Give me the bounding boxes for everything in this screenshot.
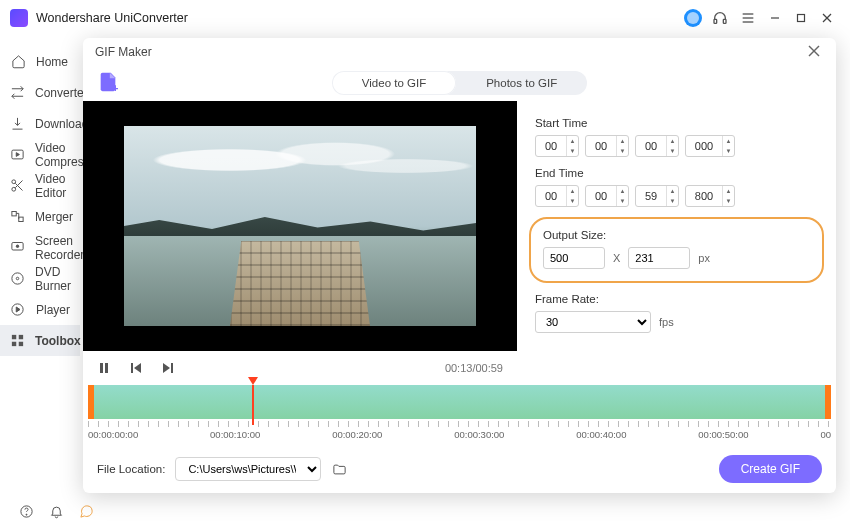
prev-button[interactable] xyxy=(129,361,143,375)
grid-icon xyxy=(10,333,25,349)
svg-rect-6 xyxy=(798,15,805,22)
modal-close-button[interactable] xyxy=(804,43,824,61)
svg-point-18 xyxy=(12,273,23,284)
scissors-icon xyxy=(10,178,25,194)
sidebar: Home Converter Downloader Video Compress… xyxy=(0,36,80,527)
help-icon[interactable] xyxy=(18,503,34,519)
svg-point-26 xyxy=(26,514,27,515)
svg-rect-15 xyxy=(19,217,23,221)
gif-maker-modal: GIF Maker + Video to GIF Photos to GIF xyxy=(83,38,836,493)
end-sec-stepper[interactable]: 59▲▼ xyxy=(635,185,679,207)
output-size-label: Output Size: xyxy=(543,229,810,241)
start-sec-stepper[interactable]: 00▲▼ xyxy=(635,135,679,157)
output-size-highlight: Output Size: X px xyxy=(529,217,824,283)
timeline[interactable] xyxy=(88,385,831,419)
end-time-label: End Time xyxy=(535,167,818,179)
sidebar-item-editor[interactable]: Video Editor xyxy=(0,170,80,201)
svg-rect-1 xyxy=(723,19,726,23)
chat-icon[interactable] xyxy=(78,503,94,519)
start-hour-stepper[interactable]: 00▲▼ xyxy=(535,135,579,157)
timeline-handle-left[interactable] xyxy=(88,385,94,419)
sidebar-item-compressor[interactable]: Video Compressor xyxy=(0,139,80,170)
bottom-icon-row xyxy=(0,503,94,519)
end-hour-stepper[interactable]: 00▲▼ xyxy=(535,185,579,207)
close-button[interactable] xyxy=(820,11,834,25)
output-unit: px xyxy=(698,252,710,264)
ruler-tick: 00:00:00:00 xyxy=(88,429,138,440)
minimize-button[interactable] xyxy=(768,11,782,25)
app-logo xyxy=(10,9,28,27)
sidebar-item-player[interactable]: Player xyxy=(0,294,80,325)
modal-footer: File Location: C:\Users\ws\Pictures\Wond… xyxy=(83,445,836,493)
sidebar-item-label: Merger xyxy=(35,210,73,224)
preview-pane: 00:13/00:59 xyxy=(83,101,517,385)
sidebar-item-recorder[interactable]: Screen Recorder xyxy=(0,232,80,263)
sidebar-item-label: Screen Recorder xyxy=(35,234,84,262)
ruler-tick: 00:00:10:00 xyxy=(210,429,260,440)
svg-point-19 xyxy=(16,277,19,280)
end-ms-stepper[interactable]: 800▲▼ xyxy=(685,185,735,207)
svg-text:+: + xyxy=(113,83,119,93)
headphones-icon[interactable] xyxy=(712,10,728,26)
sidebar-item-label: DVD Burner xyxy=(35,265,71,293)
time-display: 00:13/00:59 xyxy=(445,362,503,374)
start-min-stepper[interactable]: 00▲▼ xyxy=(585,135,629,157)
maximize-button[interactable] xyxy=(794,11,808,25)
timeline-area: 00:00:00:00 00:00:10:00 00:00:20:00 00:0… xyxy=(83,385,836,445)
create-gif-button[interactable]: Create GIF xyxy=(719,455,822,483)
file-location-select[interactable]: C:\Users\ws\Pictures\Wonders xyxy=(175,457,321,481)
modal-title: GIF Maker xyxy=(95,45,152,59)
output-width-input[interactable] xyxy=(543,247,605,269)
bell-icon[interactable] xyxy=(48,503,64,519)
svg-rect-24 xyxy=(19,342,23,346)
titlebar: Wondershare UniConverter xyxy=(0,0,850,36)
ruler-tick: 00:00:50:00 xyxy=(698,429,748,440)
pause-button[interactable] xyxy=(97,361,111,375)
play-icon xyxy=(10,302,26,318)
sidebar-item-downloader[interactable]: Downloader xyxy=(0,108,80,139)
svg-point-10 xyxy=(12,180,16,184)
end-min-stepper[interactable]: 00▲▼ xyxy=(585,185,629,207)
sidebar-item-label: Toolbox xyxy=(35,334,81,348)
playhead-icon[interactable] xyxy=(248,377,258,385)
svg-rect-32 xyxy=(131,363,133,373)
svg-rect-14 xyxy=(12,212,16,216)
sidebar-item-home[interactable]: Home xyxy=(0,46,80,77)
settings-pane: Start Time 00▲▼ 00▲▼ 00▲▼ 000▲▼ End Time… xyxy=(517,101,836,385)
timeline-ruler: 00:00:00:00 00:00:10:00 00:00:20:00 00:0… xyxy=(88,421,831,445)
sidebar-item-toolbox[interactable]: Toolbox xyxy=(0,325,80,356)
ruler-tick: 00:00:30:00 xyxy=(454,429,504,440)
tab-video-to-gif[interactable]: Video to GIF xyxy=(332,71,456,95)
modal-toolbar: + Video to GIF Photos to GIF xyxy=(83,66,836,101)
sidebar-item-converter[interactable]: Converter xyxy=(0,77,80,108)
mode-segmented: Video to GIF Photos to GIF xyxy=(332,71,587,95)
ruler-tick: 00:00:40:00 xyxy=(576,429,626,440)
next-button[interactable] xyxy=(161,361,175,375)
sidebar-item-label: Player xyxy=(36,303,70,317)
sidebar-item-dvd[interactable]: DVD Burner xyxy=(0,263,80,294)
tab-photos-to-gif[interactable]: Photos to GIF xyxy=(456,71,587,95)
video-preview[interactable] xyxy=(83,101,517,351)
svg-rect-33 xyxy=(171,363,173,373)
file-location-label: File Location: xyxy=(97,463,165,475)
ruler-tick: 00 xyxy=(820,429,831,440)
svg-rect-31 xyxy=(105,363,108,373)
frame-rate-label: Frame Rate: xyxy=(535,293,818,305)
frame-rate-select[interactable]: 30 xyxy=(535,311,651,333)
screen-icon xyxy=(10,240,25,256)
menu-icon[interactable] xyxy=(740,10,756,26)
sidebar-item-label: Video Editor xyxy=(35,172,70,200)
video-frame xyxy=(124,126,476,326)
output-height-input[interactable] xyxy=(628,247,690,269)
compress-icon xyxy=(10,147,25,163)
add-file-icon[interactable]: + xyxy=(97,71,119,96)
user-avatar-icon[interactable] xyxy=(684,9,702,27)
start-time-label: Start Time xyxy=(535,117,818,129)
folder-icon[interactable] xyxy=(331,461,347,477)
ruler-tick: 00:00:20:00 xyxy=(332,429,382,440)
svg-point-17 xyxy=(16,245,19,248)
sidebar-item-merger[interactable]: Merger xyxy=(0,201,80,232)
svg-rect-30 xyxy=(100,363,103,373)
start-ms-stepper[interactable]: 000▲▼ xyxy=(685,135,735,157)
timeline-handle-right[interactable] xyxy=(825,385,831,419)
